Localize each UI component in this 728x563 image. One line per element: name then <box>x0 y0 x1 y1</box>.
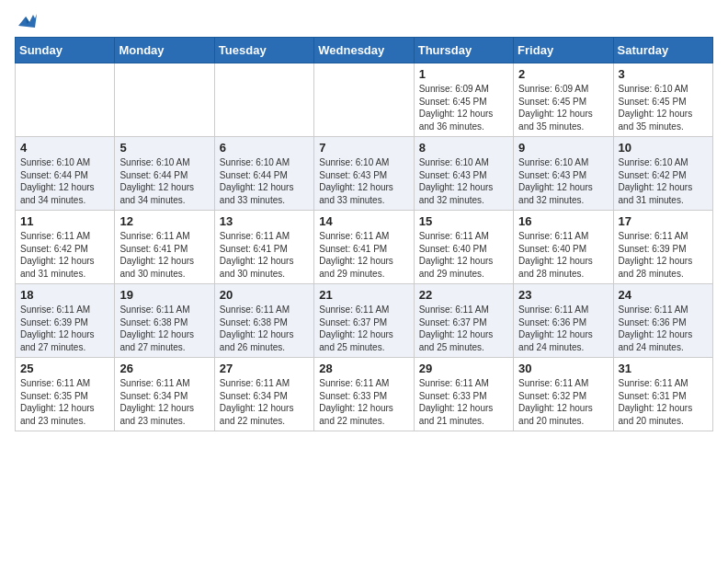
calendar-table: SundayMondayTuesdayWednesdayThursdayFrid… <box>15 37 713 431</box>
calendar-cell: 5Sunrise: 6:10 AM Sunset: 6:44 PM Daylig… <box>115 137 214 211</box>
calendar-cell <box>214 63 313 137</box>
day-number: 30 <box>518 362 608 375</box>
cell-info: Sunrise: 6:11 AM Sunset: 6:39 PM Dayligh… <box>20 304 109 353</box>
calendar-cell: 14Sunrise: 6:11 AM Sunset: 6:41 PM Dayli… <box>314 211 414 284</box>
calendar-cell: 18Sunrise: 6:11 AM Sunset: 6:39 PM Dayli… <box>16 284 115 358</box>
page-header <box>15 15 713 26</box>
calendar-cell <box>16 63 115 137</box>
day-header-saturday: Saturday <box>613 38 712 63</box>
day-number: 2 <box>518 67 608 81</box>
cell-info: Sunrise: 6:11 AM Sunset: 6:36 PM Dayligh… <box>619 304 708 353</box>
day-header-friday: Friday <box>514 38 613 63</box>
day-number: 4 <box>20 141 109 155</box>
calendar-header-row: SundayMondayTuesdayWednesdayThursdayFrid… <box>16 38 713 63</box>
calendar-cell: 12Sunrise: 6:11 AM Sunset: 6:41 PM Dayli… <box>115 211 214 284</box>
day-number: 5 <box>119 141 209 155</box>
cell-info: Sunrise: 6:11 AM Sunset: 6:34 PM Dayligh… <box>119 377 209 427</box>
day-number: 15 <box>419 214 508 228</box>
day-number: 6 <box>220 141 309 155</box>
day-number: 8 <box>419 141 508 155</box>
cell-info: Sunrise: 6:10 AM Sunset: 6:43 PM Dayligh… <box>419 156 508 206</box>
calendar-cell: 27Sunrise: 6:11 AM Sunset: 6:34 PM Dayli… <box>214 358 313 431</box>
calendar-cell: 19Sunrise: 6:11 AM Sunset: 6:38 PM Dayli… <box>115 284 214 358</box>
day-number: 23 <box>518 288 608 302</box>
day-number: 17 <box>619 214 708 228</box>
cell-info: Sunrise: 6:11 AM Sunset: 6:39 PM Dayligh… <box>619 230 708 280</box>
calendar-cell: 11Sunrise: 6:11 AM Sunset: 6:42 PM Dayli… <box>16 211 115 284</box>
day-number: 16 <box>518 214 608 228</box>
calendar-cell: 13Sunrise: 6:11 AM Sunset: 6:41 PM Dayli… <box>214 211 313 284</box>
logo <box>15 15 37 26</box>
calendar-cell: 15Sunrise: 6:11 AM Sunset: 6:40 PM Dayli… <box>414 211 513 284</box>
cell-info: Sunrise: 6:11 AM Sunset: 6:38 PM Dayligh… <box>119 304 209 353</box>
calendar-cell: 26Sunrise: 6:11 AM Sunset: 6:34 PM Dayli… <box>115 358 214 431</box>
day-number: 21 <box>319 288 408 302</box>
day-header-wednesday: Wednesday <box>314 38 414 63</box>
cell-info: Sunrise: 6:11 AM Sunset: 6:31 PM Dayligh… <box>619 377 708 427</box>
day-number: 20 <box>220 288 309 302</box>
calendar-cell: 17Sunrise: 6:11 AM Sunset: 6:39 PM Dayli… <box>613 211 712 284</box>
calendar-cell: 4Sunrise: 6:10 AM Sunset: 6:44 PM Daylig… <box>16 137 115 211</box>
calendar-cell: 20Sunrise: 6:11 AM Sunset: 6:38 PM Dayli… <box>214 284 313 358</box>
cell-info: Sunrise: 6:11 AM Sunset: 6:41 PM Dayligh… <box>220 230 309 280</box>
day-number: 25 <box>20 362 109 375</box>
day-number: 29 <box>419 362 508 375</box>
day-number: 12 <box>119 214 209 228</box>
day-number: 10 <box>619 141 708 155</box>
cell-info: Sunrise: 6:09 AM Sunset: 6:45 PM Dayligh… <box>518 83 608 132</box>
calendar-week-row: 18Sunrise: 6:11 AM Sunset: 6:39 PM Dayli… <box>16 284 713 358</box>
cell-info: Sunrise: 6:10 AM Sunset: 6:43 PM Dayligh… <box>518 156 608 206</box>
day-header-thursday: Thursday <box>414 38 513 63</box>
calendar-cell: 9Sunrise: 6:10 AM Sunset: 6:43 PM Daylig… <box>514 137 613 211</box>
cell-info: Sunrise: 6:11 AM Sunset: 6:40 PM Dayligh… <box>419 230 508 280</box>
cell-info: Sunrise: 6:10 AM Sunset: 6:45 PM Dayligh… <box>619 83 708 132</box>
day-header-monday: Monday <box>115 38 214 63</box>
day-header-sunday: Sunday <box>16 38 115 63</box>
calendar-cell: 10Sunrise: 6:10 AM Sunset: 6:42 PM Dayli… <box>613 137 712 211</box>
day-number: 24 <box>619 288 708 302</box>
day-number: 28 <box>319 362 408 375</box>
calendar-week-row: 11Sunrise: 6:11 AM Sunset: 6:42 PM Dayli… <box>16 211 713 284</box>
calendar-cell <box>115 63 214 137</box>
cell-info: Sunrise: 6:10 AM Sunset: 6:42 PM Dayligh… <box>619 156 708 206</box>
cell-info: Sunrise: 6:10 AM Sunset: 6:43 PM Dayligh… <box>319 156 408 206</box>
cell-info: Sunrise: 6:11 AM Sunset: 6:40 PM Dayligh… <box>518 230 608 280</box>
day-number: 14 <box>319 214 408 228</box>
calendar-cell: 1Sunrise: 6:09 AM Sunset: 6:45 PM Daylig… <box>414 63 513 137</box>
day-number: 7 <box>319 141 408 155</box>
day-number: 27 <box>220 362 309 375</box>
calendar-cell: 21Sunrise: 6:11 AM Sunset: 6:37 PM Dayli… <box>314 284 414 358</box>
calendar-cell: 22Sunrise: 6:11 AM Sunset: 6:37 PM Dayli… <box>414 284 513 358</box>
cell-info: Sunrise: 6:11 AM Sunset: 6:41 PM Dayligh… <box>319 230 408 280</box>
day-number: 26 <box>119 362 209 375</box>
calendar-cell: 25Sunrise: 6:11 AM Sunset: 6:35 PM Dayli… <box>16 358 115 431</box>
calendar-cell: 3Sunrise: 6:10 AM Sunset: 6:45 PM Daylig… <box>613 63 712 137</box>
calendar-cell: 31Sunrise: 6:11 AM Sunset: 6:31 PM Dayli… <box>613 358 712 431</box>
calendar-cell: 30Sunrise: 6:11 AM Sunset: 6:32 PM Dayli… <box>514 358 613 431</box>
cell-info: Sunrise: 6:11 AM Sunset: 6:33 PM Dayligh… <box>419 377 508 427</box>
calendar-cell: 2Sunrise: 6:09 AM Sunset: 6:45 PM Daylig… <box>514 63 613 137</box>
day-number: 11 <box>20 214 109 228</box>
calendar-week-row: 25Sunrise: 6:11 AM Sunset: 6:35 PM Dayli… <box>16 358 713 431</box>
cell-info: Sunrise: 6:10 AM Sunset: 6:44 PM Dayligh… <box>220 156 309 206</box>
calendar-cell <box>314 63 414 137</box>
calendar-cell: 6Sunrise: 6:10 AM Sunset: 6:44 PM Daylig… <box>214 137 313 211</box>
cell-info: Sunrise: 6:11 AM Sunset: 6:42 PM Dayligh… <box>20 230 109 280</box>
day-number: 9 <box>518 141 608 155</box>
cell-info: Sunrise: 6:10 AM Sunset: 6:44 PM Dayligh… <box>20 156 109 206</box>
cell-info: Sunrise: 6:10 AM Sunset: 6:44 PM Dayligh… <box>119 156 209 206</box>
logo-bird-icon <box>17 13 37 29</box>
cell-info: Sunrise: 6:11 AM Sunset: 6:35 PM Dayligh… <box>20 377 109 427</box>
cell-info: Sunrise: 6:11 AM Sunset: 6:38 PM Dayligh… <box>220 304 309 353</box>
day-header-tuesday: Tuesday <box>214 38 313 63</box>
cell-info: Sunrise: 6:11 AM Sunset: 6:37 PM Dayligh… <box>319 304 408 353</box>
calendar-cell: 28Sunrise: 6:11 AM Sunset: 6:33 PM Dayli… <box>314 358 414 431</box>
calendar-week-row: 1Sunrise: 6:09 AM Sunset: 6:45 PM Daylig… <box>16 63 713 137</box>
day-number: 19 <box>119 288 209 302</box>
cell-info: Sunrise: 6:11 AM Sunset: 6:33 PM Dayligh… <box>319 377 408 427</box>
day-number: 13 <box>220 214 309 228</box>
cell-info: Sunrise: 6:11 AM Sunset: 6:37 PM Dayligh… <box>419 304 508 353</box>
day-number: 31 <box>619 362 708 375</box>
calendar-week-row: 4Sunrise: 6:10 AM Sunset: 6:44 PM Daylig… <box>16 137 713 211</box>
day-number: 3 <box>619 67 708 81</box>
